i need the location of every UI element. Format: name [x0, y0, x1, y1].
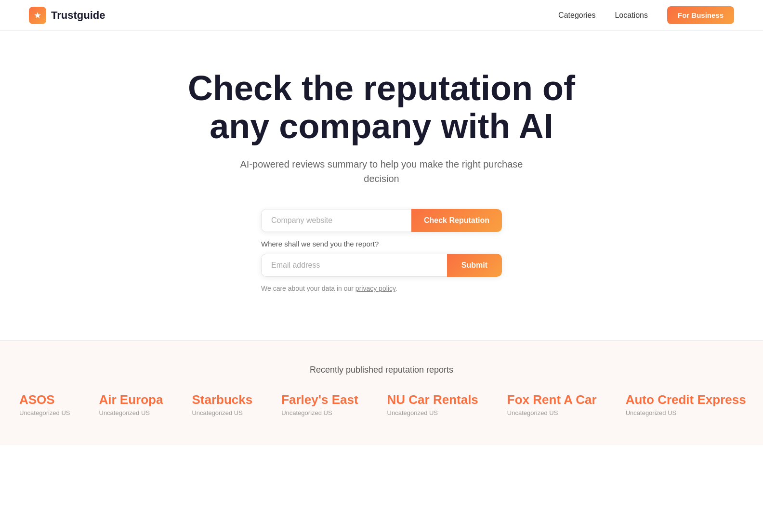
- company-category: Uncategorized US: [507, 409, 597, 416]
- company-category: Uncategorized US: [19, 409, 70, 416]
- companies-scroll: ASOSUncategorized USAir EuropaUncategori…: [0, 392, 763, 416]
- company-name: Auto Credit Express: [626, 392, 746, 407]
- company-name: Starbucks: [192, 392, 252, 407]
- recent-section: Recently published reputation reports AS…: [0, 341, 763, 445]
- company-item[interactable]: Auto Credit ExpressUncategorized US: [626, 392, 746, 416]
- email-row: Submit: [261, 254, 502, 277]
- privacy-note: We care about your data in our privacy p…: [261, 285, 397, 292]
- company-name: ASOS: [19, 392, 70, 407]
- company-item[interactable]: NU Car RentalsUncategorized US: [387, 392, 478, 416]
- email-input[interactable]: [261, 254, 447, 277]
- company-category: Uncategorized US: [387, 409, 478, 416]
- company-item[interactable]: Farley's EastUncategorized US: [281, 392, 358, 416]
- nav-link-categories[interactable]: Categories: [558, 11, 595, 20]
- website-search-row: Check Reputation: [261, 209, 502, 232]
- company-website-input[interactable]: [261, 209, 411, 232]
- navbar: ★ Trustguide Categories Locations For Bu…: [0, 0, 763, 31]
- company-category: Uncategorized US: [99, 409, 163, 416]
- company-category: Uncategorized US: [281, 409, 358, 416]
- logo-icon: ★: [29, 7, 46, 24]
- company-item[interactable]: ASOSUncategorized US: [19, 392, 70, 416]
- company-name: Air Europa: [99, 392, 163, 407]
- company-item[interactable]: StarbucksUncategorized US: [192, 392, 252, 416]
- privacy-policy-link[interactable]: privacy policy: [355, 285, 395, 292]
- company-item[interactable]: Air EuropaUncategorized US: [99, 392, 163, 416]
- submit-button[interactable]: Submit: [447, 254, 502, 277]
- company-category: Uncategorized US: [192, 409, 252, 416]
- nav-links: Categories Locations For Business: [558, 6, 734, 24]
- company-category: Uncategorized US: [626, 409, 746, 416]
- logo-text: Trustguide: [51, 9, 105, 22]
- company-name: Farley's East: [281, 392, 358, 407]
- company-name: NU Car Rentals: [387, 392, 478, 407]
- for-business-button[interactable]: For Business: [667, 6, 734, 24]
- company-item[interactable]: Fox Rent A CarUncategorized US: [507, 392, 597, 416]
- hero-title: Check the reputation of any company with…: [188, 69, 575, 145]
- check-reputation-button[interactable]: Check Reputation: [411, 209, 502, 232]
- hero-subtitle: AI-powered reviews summary to help you m…: [237, 157, 526, 186]
- nav-link-locations[interactable]: Locations: [615, 11, 648, 20]
- recent-section-title: Recently published reputation reports: [0, 365, 763, 375]
- company-name: Fox Rent A Car: [507, 392, 597, 407]
- search-form: Check Reputation Where shall we send you…: [261, 209, 502, 292]
- logo-area[interactable]: ★ Trustguide: [29, 7, 105, 24]
- email-label: Where shall we send you the report?: [261, 240, 379, 248]
- hero-section: Check the reputation of any company with…: [0, 31, 763, 321]
